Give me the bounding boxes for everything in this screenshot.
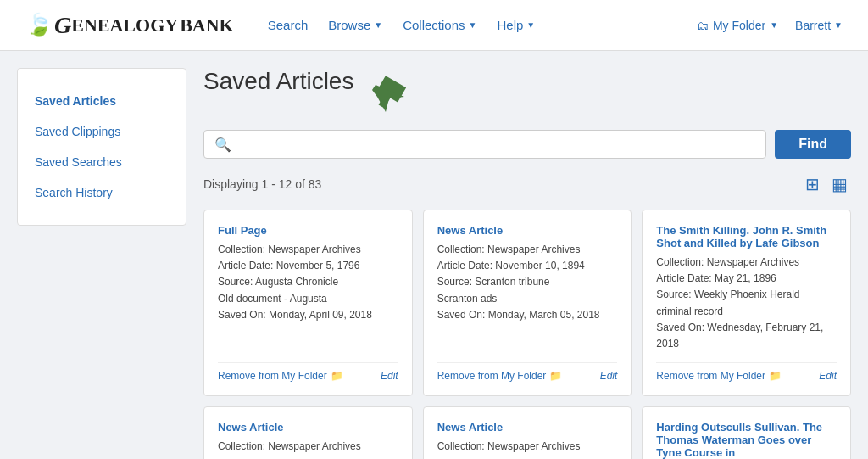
edit-link[interactable]: Edit — [600, 370, 618, 382]
sidebar-item-search-history[interactable]: Search History — [18, 177, 186, 208]
card-body: Collection: Newspaper Archives — [218, 439, 398, 455]
remove-from-folder-link[interactable]: Remove from My Folder 📁 — [218, 370, 343, 382]
folder-icon: 🗂 — [697, 19, 709, 32]
list-view-button[interactable]: ⊞ — [802, 172, 823, 196]
search-bar-row: 🔍 Find — [203, 130, 851, 159]
user-menu-button[interactable]: Barrett ▼ — [795, 19, 843, 32]
card-title[interactable]: News Article — [437, 224, 618, 237]
arrow-icon — [369, 73, 409, 116]
folder-chevron-icon: ▼ — [770, 20, 778, 30]
article-card: News Article Collection: Newspaper Archi… — [423, 210, 632, 396]
folder-remove-icon: 📁 — [331, 370, 343, 382]
logo-text: ENEALOGY — [71, 14, 178, 36]
remove-from-folder-link[interactable]: Remove from My Folder 📁 — [437, 370, 563, 382]
article-card: Harding Outsculls Sullivan. The Thomas W… — [642, 406, 851, 459]
remove-from-folder-link[interactable]: Remove from My Folder 📁 — [656, 370, 782, 382]
article-card: News Article Collection: Newspaper Archi… — [423, 406, 632, 459]
card-title[interactable]: The Smith Killing. John R. Smith Shot an… — [656, 224, 837, 249]
folder-remove-icon: 📁 — [769, 370, 782, 382]
logo-bank: BANK — [180, 14, 234, 36]
nav-browse[interactable]: Browse ▼ — [328, 18, 382, 32]
article-card: Full Page Collection: Newspaper Archives… — [203, 210, 413, 396]
search-input-wrapper: 🔍 — [203, 130, 766, 159]
article-card: News Article Collection: Newspaper Archi… — [203, 406, 413, 459]
logo-g: G — [54, 12, 71, 39]
view-toggles: ⊞ ▦ — [802, 172, 851, 196]
main-nav: Search Browse ▼ Collections ▼ Help ▼ — [268, 18, 697, 32]
nav-collections[interactable]: Collections ▼ — [403, 18, 476, 32]
logo[interactable]: 🍃 G ENEALOGY BANK — [25, 12, 234, 39]
card-title[interactable]: News Article — [437, 421, 618, 434]
my-folder-button[interactable]: 🗂 My Folder ▼ — [697, 19, 778, 32]
help-chevron-icon: ▼ — [526, 20, 535, 30]
sidebar-item-saved-searches[interactable]: Saved Searches — [18, 147, 186, 177]
card-body: Collection: Newspaper ArchivesArticle Da… — [437, 242, 618, 323]
card-body: Collection: Newspaper ArchivesArticle Da… — [218, 242, 398, 323]
page-title-row: Saved Articles — [203, 68, 851, 116]
displaying-count: Displaying 1 - 12 of 83 — [203, 177, 321, 191]
leaf-icon: 🍃 — [25, 12, 53, 38]
cards-grid: Full Page Collection: Newspaper Archives… — [203, 210, 851, 459]
search-magnifier-icon: 🔍 — [214, 137, 231, 153]
card-body: Collection: Newspaper Archives — [437, 439, 618, 455]
find-button[interactable]: Find — [775, 130, 851, 159]
card-footer: Remove from My Folder 📁 Edit — [218, 362, 398, 382]
nav-search[interactable]: Search — [268, 18, 309, 32]
card-footer: Remove from My Folder 📁 Edit — [437, 362, 618, 382]
edit-link[interactable]: Edit — [381, 370, 398, 382]
header-right: 🗂 My Folder ▼ Barrett ▼ — [697, 19, 843, 32]
card-title[interactable]: Harding Outsculls Sullivan. The Thomas W… — [656, 421, 837, 459]
edit-link[interactable]: Edit — [819, 370, 837, 382]
card-title[interactable]: News Article — [218, 421, 398, 434]
sidebar-item-saved-articles[interactable]: Saved Articles — [18, 86, 186, 116]
sidebar: Saved Articles Saved Clippings Saved Sea… — [17, 68, 186, 226]
browse-chevron-icon: ▼ — [374, 20, 382, 30]
card-body: Collection: Newspaper ArchivesArticle Da… — [656, 255, 837, 352]
main-container: Saved Articles Saved Clippings Saved Sea… — [0, 51, 868, 459]
page-title: Saved Articles — [203, 68, 353, 95]
header: 🍃 G ENEALOGY BANK Search Browse ▼ Collec… — [0, 0, 868, 51]
card-title[interactable]: Full Page — [218, 224, 398, 237]
article-card: The Smith Killing. John R. Smith Shot an… — [642, 210, 851, 396]
content-area: Saved Articles 🔍 Find Displaying 1 - 12 … — [203, 68, 851, 459]
collections-chevron-icon: ▼ — [469, 20, 477, 30]
grid-view-button[interactable]: ▦ — [828, 172, 851, 196]
nav-help[interactable]: Help ▼ — [497, 18, 535, 32]
sidebar-item-saved-clippings[interactable]: Saved Clippings — [18, 116, 186, 147]
card-footer: Remove from My Folder 📁 Edit — [656, 362, 837, 382]
user-chevron-icon: ▼ — [834, 20, 843, 30]
results-header: Displaying 1 - 12 of 83 ⊞ ▦ — [203, 172, 851, 196]
search-input[interactable] — [238, 137, 755, 152]
folder-remove-icon: 📁 — [549, 370, 562, 382]
